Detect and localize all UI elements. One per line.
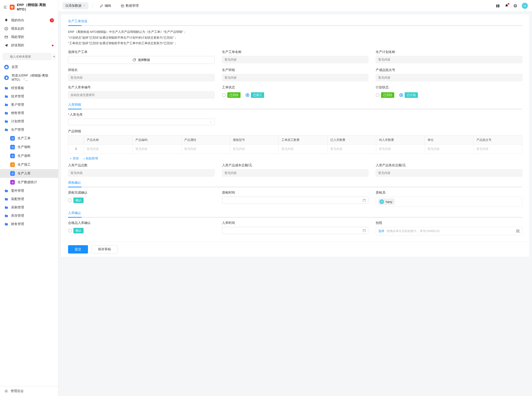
svg-text:?: ? xyxy=(515,4,516,7)
folder-icon xyxy=(4,214,8,218)
in-time-input[interactable] xyxy=(222,227,369,234)
notification-icon[interactable] xyxy=(504,3,509,8)
label-warehouse: 入库仓库 xyxy=(68,113,215,117)
svg-point-4 xyxy=(12,7,13,8)
nav-生产报工[interactable]: 生产报工 xyxy=(0,160,58,169)
my-initiated[interactable]: 我发起的 xyxy=(0,24,58,33)
search-input[interactable] xyxy=(3,53,51,60)
th-unit: 单位 xyxy=(425,135,473,144)
qc-time-input[interactable] xyxy=(222,197,369,204)
nav-首页[interactable]: 首页 xyxy=(0,63,58,71)
apps-icon[interactable] xyxy=(496,3,500,8)
label-leader: 班组长 xyxy=(68,68,215,72)
radio-order-dispatched[interactable]: 已派工 xyxy=(246,92,264,98)
in-no-input xyxy=(68,91,215,99)
photo-upload[interactable]: 选择拖拽或单击后粘贴图片，单张20MB以内 xyxy=(376,227,522,235)
radio-order-done[interactable]: 已完结 xyxy=(222,92,241,98)
order-status-radio: 已完结 已派工 xyxy=(222,91,369,98)
nav-生产管理[interactable]: 生产管理 xyxy=(0,126,58,134)
form-footer: 提交 保存草稿 xyxy=(61,242,529,257)
table-row[interactable]: 1 暂无内容暂无内容暂无内容暂无内容暂无内容暂无内容暂无内容暂无内容暂无内容 xyxy=(68,144,522,153)
svg-rect-47 xyxy=(518,231,519,232)
add-button[interactable]: + xyxy=(53,53,55,60)
save-draft-button[interactable]: 保存草稿 xyxy=(91,245,118,254)
paste-row-button[interactable]: +粘贴新增 xyxy=(83,156,98,161)
form-icon xyxy=(10,136,15,141)
radio-in-confirm[interactable]: 确认 xyxy=(68,228,83,233)
todo-badge: 3 xyxy=(50,18,54,23)
nav-客户管理[interactable]: 客户管理 xyxy=(0,101,58,109)
label-qc-person: 质检员 xyxy=(376,191,522,195)
cc-to-me[interactable]: 抄送我的 xyxy=(0,41,58,49)
select-data-button[interactable]: 选择数据 xyxy=(68,56,215,64)
nav-技术管理[interactable]: 技术管理 xyxy=(0,92,58,101)
th-code: 产品编码 xyxy=(133,135,181,144)
my-handled[interactable]: 我处理的 xyxy=(0,33,58,41)
svg-rect-19 xyxy=(12,164,13,165)
qc-person-input[interactable]: Hhany xyxy=(376,197,522,207)
total-cost-input xyxy=(222,169,369,176)
label-total-price: 入库产品售价总额/元 xyxy=(376,163,522,168)
nav-生产领料[interactable]: 生产领料 xyxy=(0,143,58,151)
folder-icon xyxy=(4,197,8,201)
folder-icon xyxy=(4,119,8,123)
gear-icon xyxy=(4,389,8,393)
folder-icon xyxy=(4,189,8,193)
nav-财务管理[interactable]: 财务管理 xyxy=(0,220,58,228)
section-title-in: 入库确认 xyxy=(68,211,522,217)
my-todo[interactable]: 我的待办3 xyxy=(0,16,58,24)
sidebar-nav: 首页简道云ERP（精细版-离散MTO）「...经营看板技术管理客户管理销售管理计… xyxy=(0,62,58,386)
radio-qc-confirm[interactable]: 确认 xyxy=(68,198,83,203)
svg-rect-40 xyxy=(363,229,366,232)
nav-生产入库[interactable]: 生产入库 xyxy=(0,169,58,178)
content: 生产工单信息 ERP（离散制造-MTO精细版）中生产入库产品明细默认为《生产工单… xyxy=(58,12,532,396)
batch-input xyxy=(376,74,522,81)
th-attr: 产品属性 xyxy=(182,135,230,144)
user-avatar[interactable]: H xyxy=(522,3,528,9)
product-table: 产品名称 产品编码 产品属性 规格型号 工单派工数量 已入库数量 待入库数量 单… xyxy=(68,135,522,154)
warehouse-select[interactable] xyxy=(68,119,215,125)
sidebar-quick-links: 我的待办3 我发起的 我处理的 抄送我的 xyxy=(0,14,58,51)
label-in-time: 入库时间 xyxy=(222,221,369,225)
nav-采购管理[interactable]: 采购管理 xyxy=(0,203,58,212)
add-row-button[interactable]: +添加 xyxy=(70,156,79,161)
nav-生产数据统计[interactable]: 生产数据统计 xyxy=(0,178,58,187)
nav-库存管理[interactable]: 库存管理 xyxy=(0,212,58,220)
form-icon xyxy=(10,154,15,158)
plus-icon: + xyxy=(83,157,85,160)
team-input xyxy=(222,74,369,81)
chevron-down-icon xyxy=(83,4,86,7)
nav-生产退料[interactable]: 生产退料 xyxy=(0,151,58,160)
submit-button[interactable]: 提交 xyxy=(68,245,88,254)
menu-toggle-icon[interactable] xyxy=(3,5,7,9)
append-data-button[interactable]: 仅添加数据 xyxy=(63,2,89,9)
plus-icon: + xyxy=(70,157,72,160)
label-total-cost: 入库产品成本总额/元 xyxy=(222,163,369,168)
nav-计划管理[interactable]: 计划管理 xyxy=(0,117,58,126)
pencil-icon xyxy=(100,4,103,8)
th-spec: 规格型号 xyxy=(230,135,279,144)
nav-装配管理[interactable]: 装配管理 xyxy=(0,195,58,203)
nav-销售管理[interactable]: 销售管理 xyxy=(0,109,58,117)
edit-button[interactable]: 编辑 xyxy=(97,2,114,9)
radio-plan-done[interactable]: 已完结 xyxy=(376,92,394,98)
play-icon xyxy=(4,27,8,31)
help-icon[interactable]: ? xyxy=(513,3,518,8)
nav-生产工单[interactable]: 生产工单 xyxy=(0,134,58,143)
label-batch: 产成品批次号 xyxy=(376,68,522,72)
radio-plan-planned[interactable]: 已计划 xyxy=(399,92,418,98)
nav-简道云ERP（精细版-离散MTO）「...[interactable]: 简道云ERP（精细版-离散MTO）「... xyxy=(0,71,58,84)
leader-input xyxy=(68,74,215,81)
label-qc-confirm: 质检完成确认 xyxy=(68,191,215,195)
label-plan-name: 生产计划名称 xyxy=(376,50,522,54)
nav-经营看板[interactable]: 经营看板 xyxy=(0,84,58,92)
home-icon xyxy=(4,65,9,69)
calendar-icon xyxy=(362,198,366,202)
label-photo: 拍照 xyxy=(376,221,522,225)
form-icon xyxy=(10,171,15,176)
form-icon xyxy=(10,145,15,149)
admin-link[interactable]: 管理后台 xyxy=(0,386,58,396)
data-manage-button[interactable]: 数据管理 xyxy=(118,2,142,9)
label-plan-status: 计划状态 xyxy=(376,85,522,89)
nav-委外管理[interactable]: 委外管理 xyxy=(0,187,58,195)
